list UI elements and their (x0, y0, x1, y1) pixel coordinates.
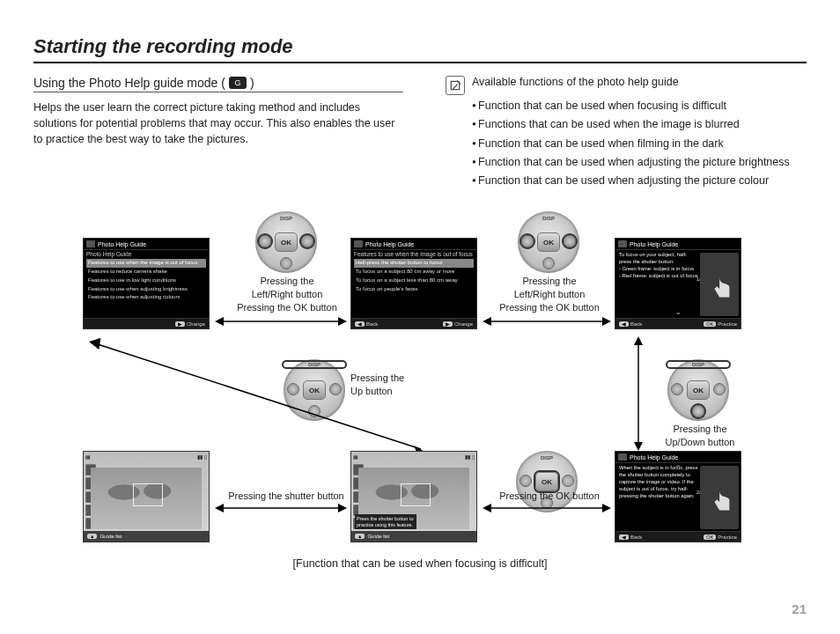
finger-press-icon (707, 489, 735, 515)
chevron-down-icon: ⌄ (675, 308, 682, 316)
svg-marker-4 (483, 317, 491, 326)
menu-item: Features to reduce camera shake (86, 268, 206, 276)
left-button-icon: ◀ (619, 534, 629, 540)
caption-lr-ok-2: Pressing the Left/Right button Pressing … (488, 275, 611, 314)
up-button-icon: ▲ (87, 534, 97, 539)
menu-list: Features to use when the image is out of… (84, 258, 209, 303)
caption-shutter: Pressing the shutter button (220, 490, 352, 503)
menu-item: Features to use when adjusting brightnes… (86, 285, 206, 294)
function-list: Function that can be used when focusing … (472, 97, 790, 190)
focus-frame-icon (133, 483, 163, 506)
dpad-updown: DISP OK (667, 359, 729, 421)
foot-label: Practice (718, 534, 737, 540)
section-heading: Using the Photo Help guide mode ( G ) (33, 76, 403, 92)
screen-result: ▦▮▮ ▯ ▲Guide list (83, 451, 210, 542)
svg-marker-11 (634, 442, 643, 451)
ok-button-icon: OK (537, 232, 560, 252)
screen-menu-2: Photo Help Guide Features to use when th… (350, 238, 477, 329)
mode-icon: ▦ (85, 453, 91, 462)
page-number: 21 (792, 601, 807, 616)
up-button-icon: ▲ (355, 534, 365, 539)
screen-subtitle: Photo Help Guide (84, 250, 209, 258)
disp-label: DISP (255, 216, 317, 221)
function-item: Function that can be used when adjusting… (472, 172, 790, 190)
foot-label: Guide list (367, 534, 389, 539)
menu-item: To focus on a subject 80 cm away or more (354, 268, 474, 276)
flow-diagram: Photo Help Guide Photo Help Guide Featur… (33, 203, 807, 572)
menu-item: Features to use when adjusting colours (86, 293, 206, 302)
camera-icon (618, 240, 627, 247)
disp-label: DISP (667, 362, 729, 367)
mode-icon: ▦ (353, 453, 358, 462)
focus-frame-icon (401, 483, 431, 506)
foot-label: Back (366, 321, 378, 327)
arrow-diagonal-icon (86, 335, 438, 458)
svg-line-6 (95, 343, 421, 449)
heading-pre: Using the Photo Help guide mode ( (33, 76, 225, 90)
foot-label: Back (630, 321, 642, 327)
note-heading: Available functions of the photo help gu… (472, 76, 790, 88)
screen-subtitle: Features to use when the image is out of… (351, 250, 476, 258)
arrow-bidir-icon (215, 315, 347, 328)
screen-info-1: Photo Help Guide 1/2 To focus on your su… (615, 238, 741, 329)
menu-item: Features to use when the image is out of… (86, 259, 206, 268)
svg-marker-14 (338, 504, 347, 512)
caption-updown: Pressing the Up/Down button (648, 423, 752, 449)
ok-button-icon: OK (704, 534, 716, 540)
camera-icon (86, 240, 95, 247)
heading-post: ) (250, 76, 254, 90)
svg-marker-5 (602, 317, 611, 326)
screen-info-2: Photo Help Guide 2/2 ⌃ When the subject … (615, 451, 741, 542)
arrow-bidir-icon (483, 502, 611, 514)
menu-item: Features to use in low light conditions (86, 276, 206, 285)
status-icons: ▮▮ ▯ (197, 453, 207, 462)
function-item: Function that can be used when focusing … (472, 97, 790, 115)
dpad-lr-1: DISP OK (255, 211, 317, 273)
mode-icon: G (229, 77, 247, 89)
svg-marker-13 (215, 504, 224, 512)
left-button-icon: ◀ (619, 321, 629, 327)
menu-item: To focus on a subject less than 80 cm aw… (354, 276, 474, 285)
menu-item: To focus on people's faces (354, 285, 474, 294)
left-button-icon: ◀ (355, 321, 365, 327)
diagram-caption: [Function that can be used when focusing… (33, 555, 807, 571)
camera-icon (618, 453, 627, 461)
menu-item: Half-press the shutter button to focus (354, 259, 474, 268)
foot-label: Change (187, 321, 205, 327)
screen-title: Photo Help Guide (365, 241, 414, 247)
dpad-lr-2: DISP OK (518, 211, 579, 273)
svg-marker-10 (634, 336, 643, 345)
section-paragraph: Helps the user learn the correct picture… (33, 100, 403, 147)
right-button-icon: ▶ (175, 321, 185, 327)
function-item: Function that can be used when filming i… (472, 135, 790, 153)
screen-title: Photo Help Guide (98, 241, 146, 247)
caption-ok: Pressing the OK button (488, 490, 611, 503)
disp-label: DISP (516, 455, 578, 461)
ok-button-icon: OK (687, 380, 710, 400)
screen-menu-1: Photo Help Guide Photo Help Guide Featur… (83, 238, 210, 329)
svg-marker-1 (215, 317, 224, 326)
note-icon (446, 76, 465, 95)
function-item: Function that can be used when adjusting… (472, 153, 790, 172)
ok-button-icon: OK (535, 472, 558, 491)
finger-press-icon (707, 276, 735, 302)
camera-icon (354, 240, 363, 247)
foot-label: Back (630, 534, 642, 540)
ok-button-icon: OK (704, 321, 716, 327)
page-title: Starting the recording mode (33, 35, 807, 63)
arrow-vert-bidir-icon (632, 336, 645, 451)
screen-practice: ▦▮▮ ▯ Press the shutter button to practi… (350, 451, 477, 542)
practice-tip: Press the shutter button to practice usi… (355, 514, 416, 529)
status-icons: ▮▮ ▯ (465, 453, 475, 462)
function-item: Functions that can be used when the imag… (472, 115, 790, 134)
svg-marker-2 (338, 317, 347, 326)
ok-button-icon: OK (275, 232, 298, 252)
caption-lr-ok-1: Pressing the Left/Right button Pressing … (225, 275, 349, 314)
chevron-up-icon: ⌃ (675, 464, 682, 472)
foot-label: Guide list (99, 534, 122, 539)
foot-label: Change (454, 321, 473, 327)
menu-list: Half-press the shutter button to focus T… (351, 258, 476, 294)
svg-marker-16 (483, 504, 491, 512)
arrow-bidir-icon (483, 315, 611, 328)
disp-label: DISP (518, 216, 579, 221)
